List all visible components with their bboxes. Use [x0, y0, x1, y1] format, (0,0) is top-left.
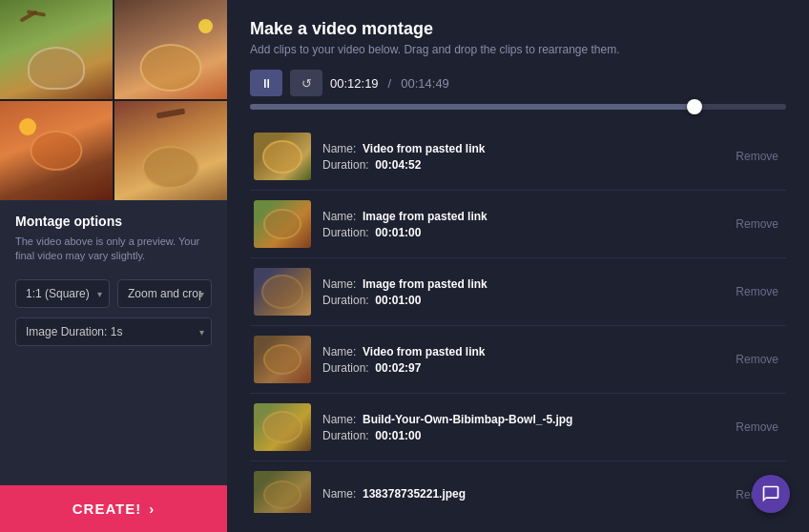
clip-thumbnail	[254, 200, 311, 248]
current-time: 00:12:19	[330, 76, 379, 91]
remove-button[interactable]: Remove	[732, 351, 782, 368]
clip-name: Name: 138378735221.jpeg	[322, 487, 720, 501]
clip-duration-value: 00:01:00	[375, 294, 421, 307]
progress-thumb[interactable]	[687, 99, 702, 114]
clip-name-value: 138378735221.jpeg	[363, 487, 466, 501]
remove-button[interactable]: Remove	[732, 148, 782, 165]
clip-name-value: Image from pasted link	[363, 277, 487, 291]
main-content: Make a video montage Add clips to your v…	[227, 0, 809, 532]
page-subtitle: Add clips to your video below. Drag and …	[250, 43, 786, 56]
clip-info: Name: Image from pasted link Duration: 0…	[322, 277, 720, 307]
preview-cell-3	[0, 101, 113, 200]
playback-controls: ⏸ ↺ 00:12:19 / 00:14:49	[250, 70, 786, 96]
clip-duration-value: 00:01:00	[375, 226, 421, 239]
table-row: Name: Image from pasted link Duration: 0…	[250, 191, 786, 258]
table-row: Name: Video from pasted link Duration: 0…	[250, 326, 786, 394]
remove-button[interactable]: Remove	[732, 283, 782, 300]
remove-button[interactable]: Remove	[732, 215, 782, 233]
remove-button[interactable]: Remove	[732, 419, 782, 436]
image-duration-select[interactable]: Image Duration: 1s Image Duration: 2s Im…	[15, 317, 212, 346]
clip-duration: Duration: 00:02:97	[322, 361, 720, 375]
crop-mode-wrapper: Zoom and crop Letterbox Stretch ▾	[117, 279, 212, 308]
clip-thumbnail	[254, 133, 311, 180]
video-preview	[0, 0, 227, 200]
preview-cell-2	[114, 0, 227, 99]
aspect-ratio-wrapper: 1:1 (Square) 16:9 (Landscape) 9:16 (Port…	[15, 279, 110, 308]
clip-duration-value: 00:01:00	[375, 429, 421, 442]
page-title: Make a video montage	[250, 19, 786, 39]
montage-options-title: Montage options	[15, 214, 212, 229]
clip-thumbnail	[254, 268, 311, 316]
create-button-arrow-icon: ›	[149, 501, 155, 517]
play-pause-icon: ⏸	[260, 76, 273, 91]
crop-mode-select[interactable]: Zoom and crop Letterbox Stretch	[117, 279, 212, 308]
image-duration-wrapper: Image Duration: 1s Image Duration: 2s Im…	[15, 317, 212, 346]
montage-options-desc: The video above is only a preview. Your …	[15, 235, 212, 264]
sidebar-content: Montage options The video above is only …	[0, 200, 227, 532]
play-pause-button[interactable]: ⏸	[250, 70, 282, 96]
clip-duration: Duration: 00:01:00	[322, 226, 720, 239]
chat-icon	[761, 484, 780, 503]
clips-list: Name: Video from pasted link Duration: 0…	[250, 123, 786, 513]
clip-thumbnail	[254, 336, 311, 383]
create-button-label: CREATE!	[73, 501, 142, 517]
clip-thumbnail	[254, 471, 311, 513]
table-row: Name: Video from pasted link Duration: 0…	[250, 123, 786, 191]
clip-name: Name: Image from pasted link	[322, 277, 720, 291]
chat-button[interactable]	[752, 475, 790, 513]
progress-bar[interactable]	[250, 104, 786, 110]
clip-duration-value: 00:04:52	[375, 158, 421, 172]
clip-thumbnail	[254, 403, 311, 451]
clip-duration: Duration: 00:01:00	[322, 294, 720, 307]
clip-name: Name: Video from pasted link	[322, 142, 720, 155]
aspect-ratio-select[interactable]: 1:1 (Square) 16:9 (Landscape) 9:16 (Port…	[15, 279, 110, 308]
clip-info: Name: Video from pasted link Duration: 0…	[322, 142, 720, 172]
table-row: Name: Build-Your-Own-Bibimbap-Bowl_-5.jp…	[250, 394, 786, 461]
inline-selects-row: 1:1 (Square) 16:9 (Landscape) 9:16 (Port…	[15, 279, 212, 308]
total-time: 00:14:49	[401, 76, 449, 91]
clip-info: Name: Video from pasted link Duration: 0…	[322, 345, 720, 375]
reset-icon: ↺	[301, 76, 312, 91]
clip-info: Name: Build-Your-Own-Bibimbap-Bowl_-5.jp…	[322, 413, 720, 442]
clip-name: Name: Video from pasted link	[322, 345, 720, 358]
clip-name-value: Build-Your-Own-Bibimbap-Bowl_-5.jpg	[363, 413, 572, 426]
clip-name: Name: Image from pasted link	[322, 210, 720, 223]
time-separator: /	[388, 76, 392, 91]
clip-name-value: Video from pasted link	[363, 345, 485, 358]
reset-button[interactable]: ↺	[290, 70, 322, 96]
clip-duration: Duration: 00:01:00	[322, 429, 720, 442]
preview-grid	[0, 0, 227, 200]
clip-name: Name: Build-Your-Own-Bibimbap-Bowl_-5.jp…	[322, 413, 720, 426]
preview-cell-4	[114, 101, 227, 200]
clip-name-value: Video from pasted link	[363, 142, 485, 155]
table-row: Name: Image from pasted link Duration: 0…	[250, 258, 786, 326]
clip-name-value: Image from pasted link	[363, 210, 487, 223]
create-button[interactable]: CREATE! ›	[0, 485, 227, 532]
clip-info: Name: Image from pasted link Duration: 0…	[322, 210, 720, 239]
clip-duration-value: 00:02:97	[375, 361, 421, 375]
clip-duration: Duration: 00:04:52	[322, 158, 720, 172]
clip-info: Name: 138378735221.jpeg	[322, 487, 720, 503]
table-row: Name: 138378735221.jpeg Remove	[250, 461, 786, 513]
preview-cell-1	[0, 0, 113, 99]
progress-fill	[250, 104, 695, 110]
sidebar: Montage options The video above is only …	[0, 0, 227, 532]
